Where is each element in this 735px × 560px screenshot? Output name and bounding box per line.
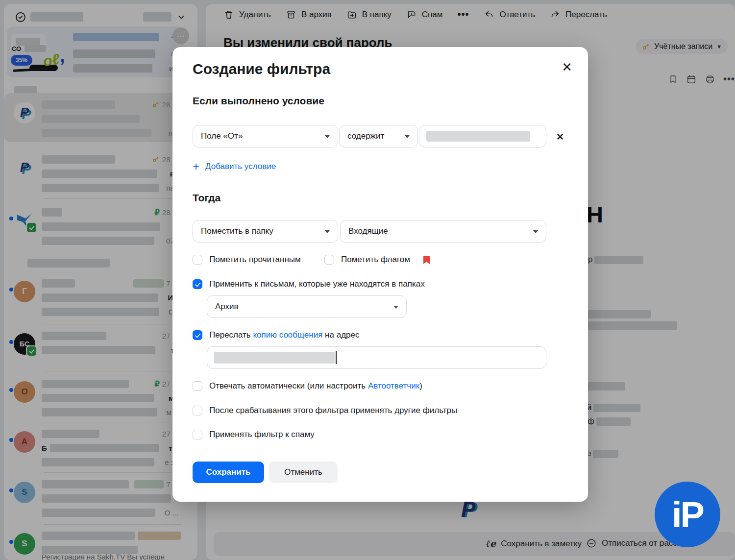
apply-to-spam-label: Применять фильтр к спаму bbox=[209, 430, 315, 439]
mark-flag-label: Пометить флагом bbox=[341, 255, 410, 265]
redacted-text bbox=[426, 131, 530, 142]
autoreply-suffix: ) bbox=[419, 381, 422, 390]
add-condition-button[interactable]: + Добавить условие bbox=[193, 161, 276, 172]
autoreply-link[interactable]: Автоответчик bbox=[368, 381, 419, 390]
add-condition-label: Добавить условие bbox=[205, 162, 276, 171]
dialog-title: Создание фильтра bbox=[193, 61, 330, 77]
existing-folder-select[interactable]: Архив bbox=[207, 295, 407, 318]
checkbox-icon[interactable] bbox=[193, 430, 202, 439]
watermark-text: iP bbox=[672, 494, 703, 536]
condition-heading: Если выполнено условие bbox=[193, 95, 324, 107]
cancel-button[interactable]: Отменить bbox=[269, 462, 338, 483]
forward-copy-checkbox[interactable]: Переслать копию сообщения на адрес bbox=[193, 330, 359, 340]
autoreply-label: Отвечать автоматически (или настроить Ав… bbox=[209, 381, 422, 391]
apply-to-spam-checkbox[interactable]: Применять фильтр к спаму bbox=[193, 430, 315, 439]
checkbox-icon[interactable] bbox=[193, 381, 202, 391]
condition-field-select[interactable]: Поле «От» bbox=[193, 125, 338, 147]
forward-copy-link[interactable]: копию сообщения bbox=[253, 330, 322, 340]
iphones-ru-watermark: iP bbox=[655, 482, 720, 547]
forward-address-input[interactable] bbox=[207, 346, 546, 369]
condition-value-input[interactable] bbox=[419, 125, 546, 147]
remove-condition-icon[interactable]: ✕ bbox=[556, 131, 564, 143]
checkbox-icon[interactable] bbox=[193, 406, 202, 415]
forward-prefix: Переслать bbox=[209, 330, 253, 340]
create-filter-dialog: Создание фильтра ✕ Если выполнено услови… bbox=[172, 47, 588, 502]
app-root: Удалить В архив В папку Спам ••• Ответит… bbox=[0, 0, 735, 560]
save-button[interactable]: Сохранить bbox=[193, 462, 264, 483]
target-folder-value: Входящие bbox=[348, 226, 388, 236]
text-cursor bbox=[336, 351, 337, 364]
forward-suffix: на адрес bbox=[322, 330, 359, 340]
existing-folder-value: Архив bbox=[215, 302, 239, 312]
action-select[interactable]: Поместить в папку bbox=[193, 220, 338, 243]
mark-flag-checkbox[interactable]: Пометить флагом bbox=[324, 255, 430, 265]
then-heading: Тогда bbox=[193, 192, 220, 204]
checkbox-icon[interactable] bbox=[324, 255, 334, 265]
target-folder-select[interactable]: Входящие bbox=[340, 220, 546, 243]
flag-icon bbox=[423, 255, 430, 265]
checkbox-checked-icon[interactable] bbox=[193, 330, 202, 340]
forward-copy-label: Переслать копию сообщения на адрес bbox=[209, 330, 359, 340]
condition-operator-value: содержит bbox=[347, 131, 384, 141]
close-icon[interactable]: ✕ bbox=[562, 61, 572, 73]
action-value: Поместить в папку bbox=[201, 226, 273, 236]
autoreply-checkbox[interactable]: Отвечать автоматически (или настроить Ав… bbox=[193, 381, 422, 391]
mark-read-checkbox[interactable]: Пометить прочитанным bbox=[193, 255, 301, 265]
apply-other-filters-checkbox[interactable]: После срабатывания этого фильтра применя… bbox=[193, 406, 457, 415]
checkbox-icon[interactable] bbox=[193, 255, 202, 265]
condition-operator-select[interactable]: содержит bbox=[339, 125, 418, 147]
plus-icon: + bbox=[193, 161, 199, 172]
autoreply-prefix: Отвечать автоматически (или настроить bbox=[209, 381, 368, 390]
apply-existing-label: Применить к письмам, которые уже находят… bbox=[209, 279, 425, 289]
mark-read-label: Пометить прочитанным bbox=[209, 255, 301, 265]
apply-existing-checkbox[interactable]: Применить к письмам, которые уже находят… bbox=[193, 279, 425, 289]
apply-other-filters-label: После срабатывания этого фильтра применя… bbox=[209, 406, 457, 415]
checkbox-checked-icon[interactable] bbox=[193, 279, 202, 289]
condition-field-value: Поле «От» bbox=[201, 131, 243, 141]
redacted-text bbox=[214, 352, 335, 364]
